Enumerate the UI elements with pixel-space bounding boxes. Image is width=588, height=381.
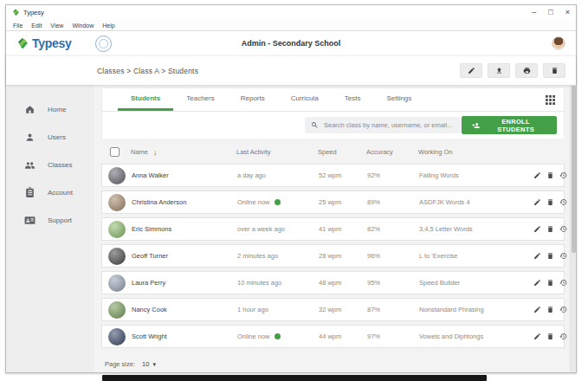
student-avatar: [108, 301, 126, 319]
tab-tests[interactable]: Tests: [332, 88, 374, 111]
titlebar: Typesy – □ ×: [6, 5, 576, 20]
speed-cell: 48 wpm: [319, 279, 367, 287]
speed-cell: 44 wpm: [319, 333, 367, 340]
edit-row-icon[interactable]: [533, 333, 541, 340]
tab-settings[interactable]: Settings: [373, 88, 424, 111]
delete-row-icon[interactable]: [546, 252, 554, 260]
vertical-scrollbar[interactable]: [570, 85, 576, 372]
breadcrumb-bar: Classes > Class A > Students: [6, 55, 576, 85]
brand-logo: Typesy: [16, 36, 71, 50]
page-size-select[interactable]: 10 ▾: [142, 360, 156, 368]
sidebar-item-label: Users: [48, 133, 66, 141]
sidebar-item-label: Home: [48, 106, 66, 113]
history-icon[interactable]: [559, 279, 567, 287]
table-row[interactable]: Nancy Cook 1 hour ago 32 wpm 87% Nonstan…: [101, 298, 565, 321]
edit-row-icon[interactable]: [533, 171, 541, 179]
enroll-students-button[interactable]: ENROLL STUDENTS: [462, 116, 557, 134]
column-name: Name: [131, 148, 148, 156]
breadcrumb: Classes > Class A > Students: [97, 67, 198, 75]
sidebar-item-label: Account: [48, 189, 73, 197]
home-icon: [24, 104, 36, 115]
upload-icon: [495, 67, 503, 74]
delete-row-icon[interactable]: [546, 279, 554, 287]
tab-curricula[interactable]: Curricula: [278, 88, 332, 111]
sidebar-item-classes[interactable]: Classes: [6, 151, 94, 178]
menu-window[interactable]: Window: [72, 23, 94, 29]
scrollbar-thumb[interactable]: [572, 86, 576, 253]
delete-row-icon[interactable]: [546, 225, 554, 233]
sidebar-item-home[interactable]: Home: [6, 95, 94, 123]
delete-row-icon[interactable]: [546, 171, 554, 179]
menu-edit[interactable]: Edit: [31, 23, 42, 29]
delete-row-icon[interactable]: [546, 333, 554, 340]
print-button[interactable]: [515, 63, 538, 78]
edit-row-icon[interactable]: [533, 225, 541, 233]
menu-help[interactable]: Help: [102, 23, 114, 29]
user-avatar[interactable]: [552, 36, 565, 50]
table-row[interactable]: Scott Wright Online now 44 wpm 97% Vowel…: [101, 325, 565, 348]
student-avatar: [108, 194, 126, 211]
edit-row-icon[interactable]: [533, 279, 541, 287]
history-icon[interactable]: [559, 252, 567, 260]
search-input[interactable]: [324, 121, 456, 129]
main-area: Home Users Classes Account Support: [6, 85, 576, 372]
search-icon: [311, 121, 319, 129]
maximize-button[interactable]: □: [548, 9, 552, 16]
table-row[interactable]: Christina Anderson Online now 25 wpm 89%…: [101, 190, 565, 214]
menu-file[interactable]: File: [13, 23, 23, 29]
student-name: Scott Wright: [132, 333, 237, 340]
select-all-checkbox[interactable]: [110, 147, 120, 157]
delete-button[interactable]: [543, 63, 565, 78]
pagination: Page size: 10 ▾: [101, 360, 565, 368]
sidebar: Home Users Classes Account Support: [6, 85, 94, 372]
history-icon[interactable]: [559, 225, 567, 233]
row-actions: [533, 279, 575, 287]
close-button[interactable]: ×: [565, 9, 570, 16]
menu-bar: File Edit View Window Help: [6, 20, 576, 31]
accuracy-cell: 92%: [367, 171, 419, 179]
tab-reports[interactable]: Reports: [228, 88, 278, 111]
delete-row-icon[interactable]: [546, 306, 554, 313]
student-avatar: [108, 167, 126, 184]
window-controls: – □ ×: [532, 9, 570, 16]
edit-button[interactable]: [460, 63, 482, 78]
tab-students[interactable]: Students: [118, 88, 173, 111]
edit-row-icon[interactable]: [533, 198, 541, 206]
row-actions: [533, 306, 575, 313]
minimize-button[interactable]: –: [532, 9, 536, 16]
edit-row-icon[interactable]: [533, 306, 541, 313]
grid-view-button[interactable]: [546, 88, 555, 111]
student-avatar: [108, 274, 126, 292]
delete-row-icon[interactable]: [546, 198, 554, 206]
history-icon[interactable]: [559, 333, 567, 340]
online-dot: [275, 333, 281, 339]
student-name: Anna Walker: [132, 171, 237, 179]
tab-teachers[interactable]: Teachers: [173, 88, 227, 111]
sort-descending-icon[interactable]: ↓: [153, 148, 158, 157]
edit-row-icon[interactable]: [533, 252, 541, 260]
student-avatar: [108, 248, 126, 265]
search-box[interactable]: [305, 117, 462, 133]
student-name: Laura Perry: [132, 279, 237, 287]
history-icon[interactable]: [559, 306, 567, 313]
app-window: Typesy – □ × File Edit View Window Help: [5, 4, 577, 373]
person-add-icon: [472, 121, 480, 130]
enroll-students-label: ENROLL STUDENTS: [485, 118, 546, 133]
table-row[interactable]: Laura Perry 10 minutes ago 48 wpm 95% Sp…: [101, 271, 565, 294]
history-icon[interactable]: [559, 198, 567, 206]
table-row[interactable]: Anna Walker a day ago 52 wpm 92% Falling…: [101, 164, 565, 187]
speed-cell: 32 wpm: [319, 306, 367, 313]
table-row[interactable]: Eric Simmons over a week ago 41 wpm 82% …: [101, 217, 565, 241]
upload-button[interactable]: [488, 63, 510, 78]
page-size-label: Page size:: [105, 360, 135, 368]
menu-view[interactable]: View: [50, 23, 63, 29]
sidebar-item-support[interactable]: Support: [6, 206, 94, 234]
table-header: Name ↓ Last Activity Speed Accuracy Work…: [101, 140, 565, 164]
working-on-cell: 3,4,5 Letter Words: [419, 225, 533, 233]
sidebar-item-account[interactable]: Account: [6, 178, 94, 206]
column-accuracy: Accuracy: [366, 148, 418, 156]
sidebar-item-users[interactable]: Users: [6, 123, 94, 151]
brand-name: Typesy: [32, 36, 71, 50]
table-row[interactable]: Geoff Turner 2 minutes ago 28 wpm 96% L …: [101, 244, 565, 268]
history-icon[interactable]: [559, 171, 567, 179]
